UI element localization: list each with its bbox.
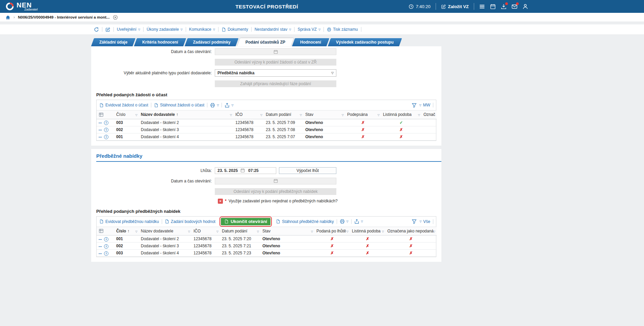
col-listinna-podoba[interactable]: Listinná podoba▽ [350, 227, 385, 235]
col-cislo[interactable]: Číslo↑▽ [114, 227, 139, 235]
table-row[interactable]: •••i 002 Dodavatel - školení 3 12345678 … [97, 126, 437, 133]
tab-vysledek[interactable]: Výsledek zadávacího postupu [329, 38, 401, 46]
edit-record-icon[interactable] [105, 27, 110, 32]
close-record-icon[interactable] [113, 15, 118, 20]
download-preliminary-link[interactable]: Stáhnout předběžné nabídky [276, 219, 334, 224]
table-row[interactable]: •••i 003 Dodavatel - školení 2 12345678 … [97, 119, 437, 126]
compute-deadlines-button[interactable]: Výpočet lhůt [279, 167, 336, 174]
info-icon[interactable]: i [104, 237, 108, 242]
finish-opening-button[interactable]: Ukončit otevírání [221, 218, 271, 225]
column-chooser[interactable] [97, 227, 114, 235]
menu-tisk-zaznamu[interactable]: Tisk záznamu [327, 27, 358, 32]
col-listinna-podoba[interactable]: Listinná podoba▽ [381, 110, 421, 119]
filter-chevron-icon[interactable]: ▽ [382, 230, 384, 233]
info-icon[interactable]: i [104, 128, 108, 132]
col-nazev-dodavatele[interactable]: Název dodavatele▽ [139, 227, 191, 235]
col-podepsana[interactable]: Podepsána▽ [345, 110, 381, 119]
col-stav[interactable]: Stav▽ [260, 227, 314, 235]
menu-uverejneni[interactable]: Uveřejnění ▽ [117, 27, 140, 32]
col-oznacena[interactable]: Označ [421, 110, 437, 119]
col-oznacena-jako-nepodana[interactable]: Označena jako nepodaná▽ [385, 227, 437, 235]
filter-chevron-icon[interactable]: ▽ [216, 230, 218, 233]
messages-button[interactable] [512, 4, 517, 9]
filter-chevron-icon[interactable]: ▽ [342, 114, 344, 117]
menu-sprava-vz[interactable]: Správa VZ ▽ [298, 27, 320, 32]
profile-button[interactable] [522, 4, 528, 9]
col-datum-podani[interactable]: Datum podání▽ [264, 110, 303, 119]
submission-type-select[interactable]: Předběžná nabídka ▽ [215, 69, 336, 77]
calendar-button[interactable] [490, 4, 496, 9]
main-menu-button[interactable] [479, 4, 485, 9]
cell-ico: 12345678 [233, 133, 264, 140]
filter-chevron-icon[interactable]: ▽ [433, 230, 435, 233]
print-menu-button[interactable]: ▽ [340, 219, 349, 224]
filter-chevron-icon[interactable]: ▽ [300, 114, 302, 117]
filter-chevron-icon[interactable]: ▽ [230, 114, 232, 117]
tab-hodnoceni[interactable]: Hodnocení [293, 38, 328, 46]
info-icon[interactable]: i [104, 121, 108, 125]
environment-title: TESTOVACÍ PROSTŘEDÍ [235, 4, 298, 9]
col-stav[interactable]: Stav▽ [303, 110, 345, 119]
col-datum-podani[interactable]: Datum podání▽ [220, 227, 260, 235]
breadcrumb-current[interactable]: N006/25/V00004949 - Interiérové servisní… [18, 15, 110, 19]
menu-ukony-zadavatele[interactable]: Úkony zadavatele ▽ [147, 27, 183, 32]
download-requests-link[interactable]: Stáhnout žádosti o účast [154, 103, 204, 107]
register-preliminary-link[interactable]: Evidovat předběžnou nabídku [99, 219, 159, 224]
column-chooser[interactable] [97, 110, 114, 119]
filter-chevron-icon[interactable]: ▽ [188, 230, 190, 233]
row-actions-icon[interactable]: ••• [99, 245, 102, 248]
col-ico[interactable]: IČO▽ [233, 110, 264, 119]
filter-chevron-icon[interactable]: ▽ [260, 114, 262, 117]
enter-points-link[interactable]: Zadání bodových hodnot [165, 219, 215, 224]
tab-podani-ucastniku[interactable]: Podání účastníků ZP [239, 38, 292, 46]
home-icon[interactable] [5, 15, 10, 20]
header-row: Číslo▽ Název dodavatele↑▽ IČO▽ Datum pod… [97, 110, 437, 119]
cell-late-mark: ✗ [314, 235, 350, 243]
print-menu-button[interactable]: ▽ [210, 103, 219, 108]
table-row[interactable]: •••i 001 Dodavatel - školení 4 12345678 … [97, 133, 437, 140]
filter-chevron-icon[interactable]: ▽ [418, 114, 420, 117]
col-nazev-dodavatele[interactable]: Název dodavatele↑▽ [139, 110, 233, 119]
menu-dokumenty[interactable]: Dokumenty [222, 27, 248, 32]
filter-chevron-icon[interactable]: ▽ [135, 230, 137, 233]
table-row[interactable]: •••i 002 Dodavatel - školení 3 12345678 … [97, 243, 437, 250]
row-actions-icon[interactable]: ••• [99, 128, 102, 131]
info-icon[interactable]: i [104, 244, 108, 249]
view-selector[interactable]: ▽ MW [419, 103, 430, 107]
filter-chevron-icon[interactable]: ▽ [346, 230, 349, 233]
filter-chevron-icon[interactable]: ▽ [311, 230, 313, 233]
create-vz-button[interactable]: Založit VZ [441, 4, 469, 9]
row-actions-icon[interactable]: ••• [99, 238, 102, 241]
menu-komunikace[interactable]: Komunikace ▽ [189, 27, 215, 32]
row-actions-icon[interactable]: ••• [99, 135, 102, 139]
row-actions-icon[interactable]: ••• [99, 121, 102, 124]
col-cislo[interactable]: Číslo▽ [114, 110, 139, 119]
export-menu-button[interactable]: ▽ [354, 219, 363, 224]
tab-zakladni-udaje[interactable]: Základní údaje [93, 38, 134, 46]
filter-chevron-icon[interactable]: ▽ [257, 230, 259, 233]
menu-nestandardni-stav[interactable]: Nestandardní stav ▽ [255, 27, 291, 32]
deadline-datetime-input[interactable]: 23. 5. 2025 07:25 [215, 167, 276, 174]
refresh-icon[interactable] [94, 27, 99, 32]
col-podana-po-lhute[interactable]: Podaná po lhůtě▽ [314, 227, 350, 235]
col-ico[interactable]: IČO▽ [191, 227, 220, 235]
export-menu-button[interactable]: ▽ [225, 103, 233, 108]
row-actions-icon[interactable]: ••• [99, 252, 102, 255]
filter-chevron-icon[interactable]: ▽ [378, 114, 380, 117]
info-icon[interactable]: i [104, 251, 108, 256]
view-selector[interactable]: ▽ Vše [419, 219, 430, 224]
register-request-link[interactable]: Evidovat žádost o účast [99, 103, 148, 107]
filter-icon[interactable] [412, 219, 417, 224]
filter-icon[interactable] [412, 103, 417, 108]
filter-chevron-icon[interactable]: ▽ [135, 114, 137, 117]
tab-label: Základní údaje [99, 40, 127, 45]
cell-signed-mark: ✗ [345, 133, 381, 140]
nen-brand[interactable]: NEN Zadavatel [5, 2, 38, 11]
tab-zadavaci-podminky[interactable]: Zadávací podmínky [186, 38, 237, 46]
required-asterisk: * [225, 199, 227, 203]
table-row[interactable]: •••i 001 Dodavatel - školení 2 12345678 … [97, 235, 437, 243]
tab-kriteria-hodnoceni[interactable]: Kritéria hodnocení [135, 38, 185, 46]
table-row[interactable]: •••i 003 Dodavatel - školení 4 12345678 … [97, 250, 437, 257]
info-icon[interactable]: i [104, 135, 108, 139]
downloads-button[interactable] [501, 4, 507, 9]
